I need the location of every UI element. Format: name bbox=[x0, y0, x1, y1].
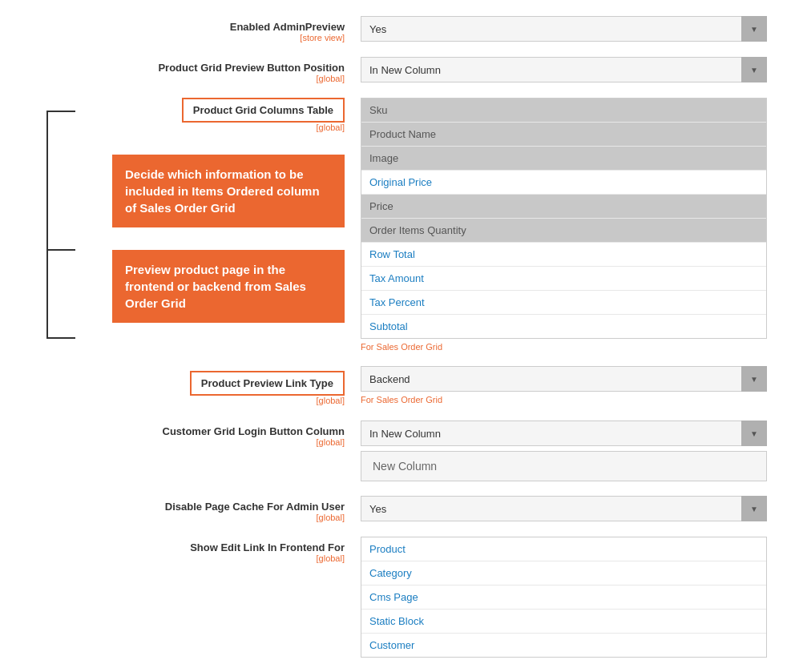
multiselect-option[interactable]: Category bbox=[361, 561, 766, 585]
show-edit-link-multiselect[interactable]: ProductCategoryCms PageStatic BlockCusto… bbox=[361, 537, 767, 658]
enabled-admin-preview-control: Yes No bbox=[361, 16, 767, 42]
disable-page-cache-select[interactable]: Yes No bbox=[361, 496, 767, 521]
multiselect-option[interactable]: Product bbox=[361, 537, 766, 561]
multiselect-option[interactable]: Sku bbox=[361, 99, 766, 123]
enabled-admin-preview-label-area: Enabled AdminPreview [store view] bbox=[24, 16, 361, 42]
disable-page-cache-scope: [global] bbox=[24, 513, 345, 522]
disable-page-cache-label: Disable Page Cache For Admin User bbox=[24, 501, 345, 513]
product-grid-columns-table-label: Product Grid Columns Table bbox=[193, 104, 333, 116]
new-column-banner: New Column bbox=[361, 451, 767, 481]
enabled-admin-preview-scope: [store view] bbox=[24, 33, 345, 42]
bracket-bottom-line bbox=[46, 337, 75, 339]
product-grid-preview-button-position-label-area: Product Grid Preview Button Position [gl… bbox=[24, 57, 361, 83]
enabled-admin-preview-label: Enabled AdminPreview bbox=[24, 21, 345, 33]
multiselect-option[interactable]: Price bbox=[361, 195, 766, 219]
multiselect-option[interactable]: Customer bbox=[361, 634, 766, 657]
customer-grid-login-button-column-scope: [global] bbox=[24, 437, 345, 447]
product-grid-preview-button-position-select-wrapper: In New Column In Existing Column bbox=[361, 57, 767, 82]
multiselect-option[interactable]: Order Items Quantity bbox=[361, 219, 766, 243]
multiselect-option[interactable]: Product Name bbox=[361, 123, 766, 147]
product-preview-link-type-label-area: Product Preview Link Type [global] bbox=[24, 366, 361, 406]
product-grid-preview-button-position-scope: [global] bbox=[24, 74, 345, 83]
product-grid-preview-button-position-row: Product Grid Preview Button Position [gl… bbox=[24, 57, 767, 83]
multiselect-option[interactable]: Original Price bbox=[361, 171, 766, 195]
label-box-wrapper: Product Grid Columns Table [global] bbox=[24, 98, 345, 132]
bracket-top-line bbox=[46, 111, 75, 112]
product-grid-preview-button-position-label: Product Grid Preview Button Position bbox=[24, 62, 345, 74]
bracket-mid-line bbox=[46, 249, 75, 251]
product-preview-link-type-row: Product Preview Link Type [global] Backe… bbox=[24, 366, 767, 406]
product-grid-columns-right: SkuProduct NameImageOriginal PricePriceO… bbox=[361, 98, 767, 352]
product-preview-link-type-label: Product Preview Link Type bbox=[201, 377, 333, 389]
product-grid-columns-section: Product Grid Columns Table [global] Deci… bbox=[24, 98, 767, 352]
multiselect-option[interactable]: Tax Amount bbox=[361, 267, 766, 291]
disable-page-cache-select-wrapper: Yes No bbox=[361, 496, 767, 521]
customer-grid-login-button-column-label-area: Customer Grid Login Button Column [globa… bbox=[24, 421, 361, 447]
show-edit-link-label: Show Edit Link In Frontend For bbox=[24, 541, 345, 553]
vertical-bracket-line bbox=[46, 111, 48, 339]
show-edit-link-control: ProductCategoryCms PageStatic BlockCusto… bbox=[361, 537, 767, 658]
product-grid-columns-multiselect[interactable]: SkuProduct NameImageOriginal PricePriceO… bbox=[361, 98, 767, 339]
multiselect-option[interactable]: Row Total bbox=[361, 243, 766, 267]
product-grid-columns-table-label-box: Product Grid Columns Table bbox=[182, 98, 345, 123]
product-grid-columns-table-scope: [global] bbox=[317, 123, 345, 132]
product-preview-link-type-select[interactable]: Backend Frontend bbox=[361, 366, 767, 392]
product-grid-preview-button-position-control: In New Column In Existing Column bbox=[361, 57, 767, 82]
multiselect-option[interactable]: Cms Page bbox=[361, 585, 766, 610]
disable-page-cache-control: Yes No bbox=[361, 496, 767, 521]
tooltip2-box: Preview product page in the frontend or … bbox=[112, 250, 345, 323]
enabled-admin-preview-row: Enabled AdminPreview [store view] Yes No bbox=[24, 16, 767, 42]
customer-grid-login-button-column-label: Customer Grid Login Button Column bbox=[24, 425, 345, 437]
product-grid-columns-left: Product Grid Columns Table [global] Deci… bbox=[24, 98, 361, 352]
multiselect-option[interactable]: Tax Percent bbox=[361, 291, 766, 315]
customer-grid-login-button-column-select-wrapper: In New Column In Existing Column bbox=[361, 421, 767, 446]
product-preview-link-type-label-box: Product Preview Link Type bbox=[190, 371, 345, 396]
multiselect-option[interactable]: Image bbox=[361, 147, 766, 171]
enabled-admin-preview-select-wrapper: Yes No bbox=[361, 16, 767, 42]
product-preview-link-type-control: Backend Frontend For Sales Order Grid bbox=[361, 366, 767, 404]
customer-grid-login-button-column-select[interactable]: In New Column In Existing Column bbox=[361, 421, 767, 446]
disable-page-cache-label-area: Disable Page Cache For Admin User [globa… bbox=[24, 496, 361, 522]
product-preview-link-type-scope: [global] bbox=[190, 396, 345, 405]
product-grid-preview-button-position-select[interactable]: In New Column In Existing Column bbox=[361, 57, 767, 82]
multiselect-option[interactable]: Subtotal bbox=[361, 315, 766, 338]
tooltip1-wrapper: Decide which information to be included … bbox=[24, 151, 345, 227]
show-edit-link-row: Show Edit Link In Frontend For [global] … bbox=[24, 537, 767, 658]
enabled-admin-preview-select[interactable]: Yes No bbox=[361, 16, 767, 42]
customer-grid-login-button-column-control: In New Column In Existing Column New Col… bbox=[361, 421, 767, 481]
product-preview-link-type-label-box-wrapper: Product Preview Link Type [global] bbox=[190, 371, 345, 405]
customer-grid-login-button-column-row: Customer Grid Login Button Column [globa… bbox=[24, 421, 767, 481]
tooltip1-box: Decide which information to be included … bbox=[112, 155, 345, 227]
settings-page: Enabled AdminPreview [store view] Yes No… bbox=[0, 0, 791, 672]
tooltip2-wrapper: Preview product page in the frontend or … bbox=[24, 247, 345, 323]
disable-page-cache-row: Disable Page Cache For Admin User [globa… bbox=[24, 496, 767, 522]
show-edit-link-scope: [global] bbox=[24, 553, 345, 563]
product-preview-link-type-hint: For Sales Order Grid bbox=[361, 395, 767, 404]
product-preview-link-type-select-wrapper: Backend Frontend bbox=[361, 366, 767, 392]
show-edit-link-label-area: Show Edit Link In Frontend For [global] bbox=[24, 537, 361, 563]
product-grid-columns-hint: For Sales Order Grid bbox=[361, 342, 767, 352]
multiselect-option[interactable]: Static Block bbox=[361, 610, 766, 634]
